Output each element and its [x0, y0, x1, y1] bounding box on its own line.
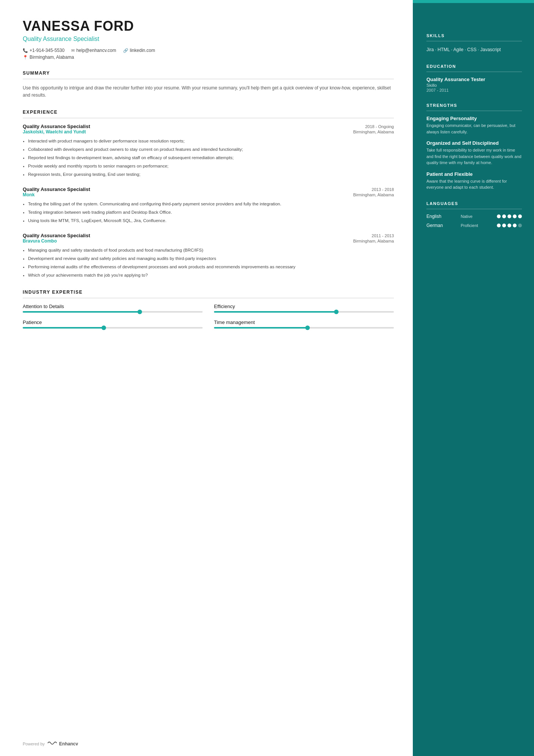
bullet-1-4: Provide weekly and monthly reports to se…: [28, 163, 394, 170]
powered-by-text: Powered by: [23, 742, 45, 746]
exp-bullets-3: Managing quality and safety standards of…: [23, 247, 394, 279]
exp-dates-3: 2011 - 2013: [372, 233, 394, 238]
exp-company-3: Bravura Combo: [23, 238, 57, 244]
bullet-3-4: Which of your achievements match the job…: [28, 272, 394, 279]
skills-section: SKILLS Jira · HTML · Agile · CSS · Javas…: [426, 33, 522, 53]
bullet-2-1: Testing the billing part of the system. …: [28, 200, 394, 208]
lang-dot-1-4: [518, 224, 522, 227]
link-icon: 🔗: [123, 48, 128, 53]
exp-job-title-1: Quality Assurance Specialist: [23, 124, 90, 129]
exp-bullets-1: Interacted with product managers to deli…: [23, 138, 394, 178]
strength-desc-0: Engaging communicator, can be persuasive…: [426, 122, 522, 135]
exp-company-1: Jaskolski, Waelchi and Yundt: [23, 129, 86, 135]
teal-accent-bar: [413, 0, 534, 3]
exp-entry-2: Quality Assurance Specialist 2013 - 2018…: [23, 186, 394, 224]
exp-header-2: Quality Assurance Specialist 2013 - 2018: [23, 186, 394, 192]
expertise-bar-fill-0: [23, 311, 140, 313]
strength-desc-1: Take full responsibility to deliver my w…: [426, 147, 522, 166]
lang-dot-1-2: [507, 224, 511, 227]
lang-dot-1-0: [497, 224, 501, 227]
candidate-name: VANESSA FORD: [23, 18, 394, 34]
languages-divider: [426, 209, 522, 209]
lang-name-0: English: [426, 214, 449, 219]
lang-dots-1: [497, 224, 522, 227]
expertise-label-2: Patience: [23, 319, 203, 325]
phone-contact: 📞 +1-914-345-5530: [23, 48, 64, 53]
strengths-title: STRENGTHS: [426, 103, 522, 108]
strength-item-1: Organized and Self Disciplined Take full…: [426, 140, 522, 166]
summary-text: Use this opportunity to intrigue and dra…: [23, 85, 394, 99]
languages-title: LANGUAGES: [426, 201, 522, 206]
strengths-section: STRENGTHS Engaging Personality Engaging …: [426, 103, 522, 191]
summary-divider: [23, 79, 394, 79]
strengths-divider: [426, 111, 522, 111]
exp-header-1: Quality Assurance Specialist 2018 - Ongo…: [23, 124, 394, 129]
header-section: VANESSA FORD Quality Assurance Specialis…: [23, 18, 394, 60]
skills-text: Jira · HTML · Agile · CSS · Javascript: [426, 46, 522, 53]
skills-title: SKILLS: [426, 33, 522, 38]
lang-row-1: German Proficient: [426, 223, 522, 228]
expertise-dot-2: [101, 326, 106, 330]
bullet-2-3: Using tools like MTM, TFS, LogExpert, Mi…: [28, 217, 394, 224]
expertise-label-3: Time management: [214, 319, 394, 325]
lang-dots-0: [497, 214, 522, 218]
bullet-1-3: Reported test findings to development te…: [28, 154, 394, 161]
expertise-bar-bg-0: [23, 311, 203, 313]
education-title: EDUCATION: [426, 64, 522, 69]
expertise-label-1: Efficiency: [214, 304, 394, 309]
phone-number: +1-914-345-5530: [30, 48, 64, 53]
linkedin-contact: 🔗 linkedin.com: [123, 48, 155, 53]
right-column: SKILLS Jira · HTML · Agile · CSS · Javas…: [413, 0, 534, 756]
exp-bullets-2: Testing the billing part of the system. …: [23, 200, 394, 224]
expertise-dot-3: [305, 326, 310, 330]
contact-row-1: 📞 +1-914-345-5530 ✉ help@enhancv.com 🔗 l…: [23, 48, 394, 53]
strength-item-0: Engaging Personality Engaging communicat…: [426, 116, 522, 135]
experience-divider: [23, 118, 394, 118]
expertise-item-3: Time management: [214, 319, 394, 329]
exp-location-3: Birmingham, Alabama: [353, 239, 394, 243]
lang-dot-0-0: [497, 214, 501, 218]
exp-dates-1: 2018 - Ongoing: [365, 124, 394, 129]
expertise-grid: Attention to Details Efficiency Patience: [23, 304, 394, 329]
expertise-divider: [23, 298, 394, 298]
strength-title-1: Organized and Self Disciplined: [426, 140, 522, 146]
bullet-1-1: Interacted with product managers to deli…: [28, 138, 394, 145]
lang-level-0: Native: [461, 214, 486, 219]
skills-divider: [426, 41, 522, 41]
footer-brand: Powered by Enhancv: [23, 740, 78, 747]
bullet-2-2: Testing integration between web trading …: [28, 209, 394, 216]
education-section: EDUCATION Quality Assurance Tester Skill…: [426, 64, 522, 92]
phone-icon: 📞: [23, 48, 28, 53]
email-icon: ✉: [71, 48, 75, 53]
linkedin-url: linkedin.com: [130, 48, 155, 53]
edu-entry-0: Quality Assurance Tester Skillo 2007 - 2…: [426, 77, 522, 92]
lang-dot-0-3: [513, 214, 517, 218]
email-address: help@enhancv.com: [76, 48, 116, 53]
exp-entry-1: Quality Assurance Specialist 2018 - Ongo…: [23, 124, 394, 178]
expertise-item-1: Efficiency: [214, 304, 394, 313]
left-column: VANESSA FORD Quality Assurance Specialis…: [0, 0, 413, 756]
exp-job-title-3: Quality Assurance Specialist: [23, 233, 90, 238]
expertise-item-2: Patience: [23, 319, 203, 329]
expertise-bar-fill-3: [214, 327, 308, 329]
expertise-bar-fill-2: [23, 327, 104, 329]
experience-section: EXPERIENCE Quality Assurance Specialist …: [23, 110, 394, 279]
expertise-bar-bg-2: [23, 327, 203, 329]
resume-page: VANESSA FORD Quality Assurance Specialis…: [0, 0, 534, 756]
job-title: Quality Assurance Specialist: [23, 36, 394, 42]
strength-title-2: Patient and Flexible: [426, 171, 522, 177]
exp-company-row-1: Jaskolski, Waelchi and Yundt Birmingham,…: [23, 129, 394, 135]
bullet-3-2: Development and review quality and safet…: [28, 255, 394, 262]
expertise-title: INDUSTRY EXPERTISE: [23, 290, 394, 295]
edu-years-0: 2007 - 2011: [426, 88, 522, 92]
exp-header-3: Quality Assurance Specialist 2011 - 2013: [23, 233, 394, 238]
lang-dot-0-2: [507, 214, 511, 218]
exp-dates-2: 2013 - 2018: [372, 187, 394, 192]
location-icon: 📍: [23, 55, 28, 60]
summary-title: SUMMARY: [23, 70, 394, 76]
expertise-bar-bg-1: [214, 311, 394, 313]
languages-section: LANGUAGES English Native German Proficie…: [426, 201, 522, 228]
strength-title-0: Engaging Personality: [426, 116, 522, 121]
education-divider: [426, 72, 522, 72]
exp-entry-3: Quality Assurance Specialist 2011 - 2013…: [23, 233, 394, 279]
